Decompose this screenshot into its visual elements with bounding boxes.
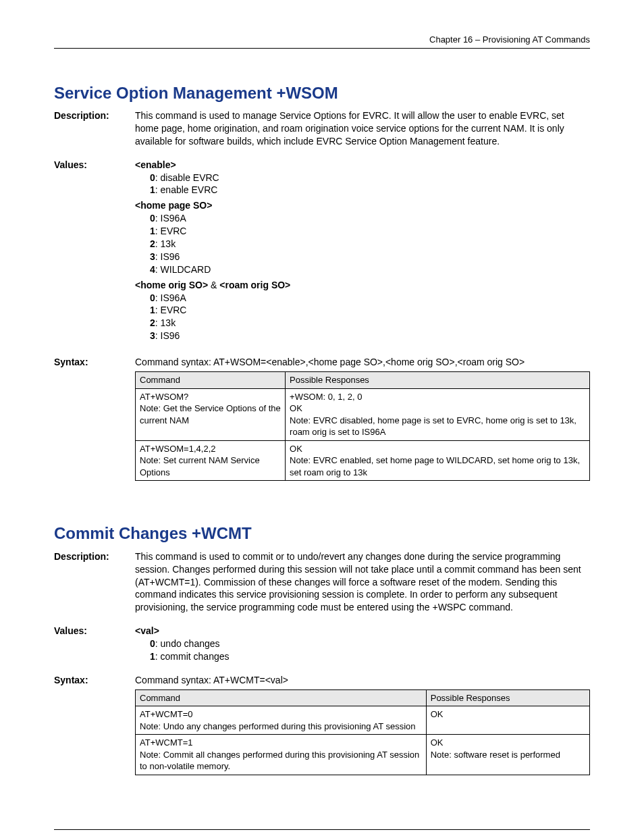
table-header-row: Command Possible Responses [136,689,590,706]
value-item: 4: WILDCARD [150,263,590,276]
table-row: AT+WSOM=1,4,2,2 Note: Set current NAM Se… [136,440,590,481]
value-item: 2: 13k [150,317,590,330]
value-key: 0 [150,638,155,649]
description-label: Description: [54,109,135,148]
syntax-label: Syntax: [54,674,135,775]
values-label: Values: [54,625,135,666]
value-text: : IS96 [155,251,180,262]
table-row: AT+WCMT=1 Note: Commit all changes perfo… [136,735,590,775]
section-title-wsom: Service Option Management +WSOM [54,82,590,104]
value-key: 0 [150,213,155,224]
value-group-head: <enable> [135,159,176,170]
table-row: AT+WSOM? Note: Get the Service Options o… [136,388,590,440]
value-text: : disable EVRC [155,172,219,183]
value-item: 3: IS96 [150,251,590,263]
col-responses: Possible Responses [426,689,589,706]
cell-response: OK Note: EVRC enabled, set home page to … [286,440,590,481]
value-group-head: <home orig SO> [135,280,208,290]
value-list: 0: undo changes1: commit changes [135,637,590,663]
table-header-row: Command Possible Responses [136,371,590,388]
value-key: 1 [150,651,155,662]
table-row: AT+WCMT=0 Note: Undo any changes perform… [136,706,590,735]
cell-response: +WSOM: 0, 1, 2, 0 OK Note: EVRC disabled… [286,388,590,440]
value-key: 4 [150,264,155,275]
value-key: 3 [150,330,155,341]
value-group-head: <roam orig SO> [219,280,290,290]
col-command: Command [136,371,286,388]
value-text: : 13k [155,317,176,328]
value-text: : IS96A [155,292,186,303]
cell-response: OK Note: software reset is performed [426,735,589,775]
value-item: 0: undo changes [150,637,590,650]
value-item: 1: enable EVRC [150,184,590,197]
value-text: : IS96A [155,213,186,224]
syntax-row: Syntax: Command syntax: AT+WCMT=<val> Co… [54,674,590,775]
value-text: : undo changes [155,638,220,649]
value-key: 2 [150,317,155,328]
section-title-wcmt: Commit Changes +WCMT [54,523,590,544]
value-list: 0: IS96A1: EVRC2: 13k3: IS96 [135,292,590,343]
value-item: 2: 13k [150,238,590,251]
value-list: 0: disable EVRC1: enable EVRC [135,172,590,197]
value-key: 0 [150,292,155,303]
value-key: 1 [150,226,155,236]
value-item: 3: IS96 [150,330,590,342]
description-label: Description: [54,550,135,614]
value-key: 3 [150,251,155,262]
col-responses: Possible Responses [286,371,590,388]
value-item: 0: disable EVRC [150,172,590,184]
value-text: : WILDCARD [155,264,211,275]
col-command: Command [136,689,427,706]
command-table-wsom: Command Possible Responses AT+WSOM? Note… [135,371,590,481]
value-list: 0: IS96A1: EVRC2: 13k3: IS964: WILDCARD [135,212,590,276]
values-row: Values: <val> 0: undo changes1: commit c… [54,625,590,666]
description-row: Description: This command is used to com… [54,550,590,614]
page-footer: Multi-Tech Systems, Inc. CDMA Wireless A… [54,829,590,834]
syntax-row: Syntax: Command syntax: AT+WSOM=<enable>… [54,356,590,481]
cell-response: OK [426,706,589,735]
value-group-amp: & [208,280,219,290]
value-text: : commit changes [155,651,230,662]
description-row: Description: This command is used to man… [54,109,590,148]
command-table-wcmt: Command Possible Responses AT+WCMT=0 Not… [135,689,590,775]
value-text: : enable EVRC [155,184,218,195]
cell-command: AT+WSOM=1,4,2,2 Note: Set current NAM Se… [136,440,286,481]
value-key: 1 [150,184,155,195]
values-row: Values: <enable> 0: disable EVRC1: enabl… [54,159,590,345]
values-content: <enable> 0: disable EVRC1: enable EVRC <… [135,159,590,345]
value-key: 1 [150,305,155,315]
cell-command: AT+WCMT=1 Note: Commit all changes perfo… [136,735,427,775]
value-key: 0 [150,172,155,183]
value-item: 0: IS96A [150,212,590,225]
value-text: : 13k [155,238,176,249]
value-item: 1: commit changes [150,650,590,663]
value-item: 0: IS96A [150,292,590,305]
syntax-label: Syntax: [54,356,135,481]
description-text: This command is used to commit or to und… [135,550,590,614]
value-item: 1: EVRC [150,225,590,238]
syntax-text: Command syntax: AT+WCMT=<val> [135,674,590,687]
syntax-text: Command syntax: AT+WSOM=<enable>,<home p… [135,356,590,369]
value-text: : IS96 [155,330,180,341]
values-label: Values: [54,159,135,345]
value-item: 1: EVRC [150,304,590,317]
page-header: Chapter 16 – Provisioning AT Commands [54,34,590,49]
cell-command: AT+WSOM? Note: Get the Service Options o… [136,388,286,440]
value-text: : EVRC [155,305,187,315]
description-text: This command is used to manage Service O… [135,109,590,148]
value-text: : EVRC [155,226,187,236]
cell-command: AT+WCMT=0 Note: Undo any changes perform… [136,706,427,735]
values-content: <val> 0: undo changes1: commit changes [135,625,590,666]
value-group-head: <home page SO> [135,200,212,211]
value-group-head: <val> [135,625,159,636]
value-key: 2 [150,238,155,249]
